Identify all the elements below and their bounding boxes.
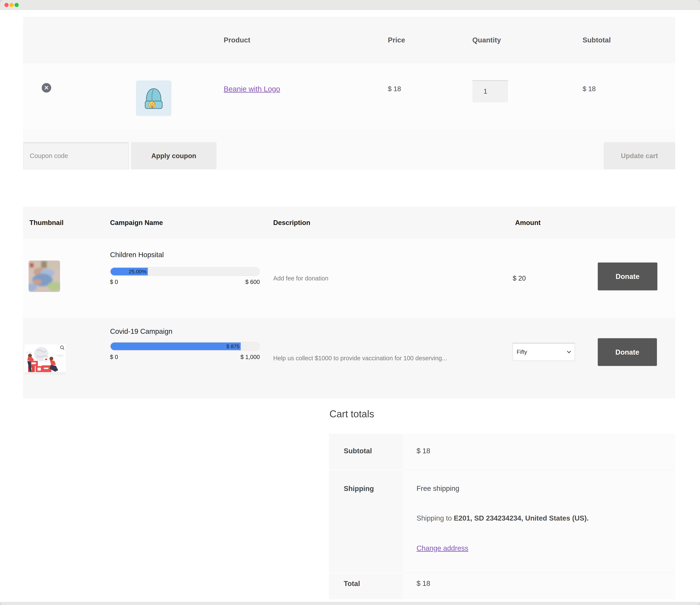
cart-table-header: Product Price Quantity Subtotal [23,17,675,63]
col-header-subtotal: Subtotal [582,17,611,63]
campaign-progress-bar: 25.00% [110,267,260,276]
campaign-goal-min: $ 0 [110,279,118,285]
product-link[interactable]: Beanie with Logo [224,85,280,93]
minimize-window-button[interactable] [9,3,14,7]
browser-window: Product Price Quantity Subtotal ✕ Bea [0,0,700,605]
campaign-progress-label: 25.00% [129,269,148,274]
shipping-value: Free shipping Shipping to E201, SD 23423… [403,470,675,573]
campaign-progress-fill: $ 875 [110,342,241,350]
campaign-thumbnail-covid-19 [24,344,66,374]
remove-item-button[interactable]: ✕ [42,83,51,93]
campaign-amount: $ 20 [512,239,526,318]
shipping-row: Shipping Free shipping Shipping to E201,… [329,470,675,573]
apply-coupon-button[interactable]: Apply coupon [131,142,217,169]
cart-totals-title: Cart totals [329,408,374,420]
item-subtotal: $ 18 [582,85,596,93]
donate-button-covid-19[interactable]: Donate [598,338,657,366]
campaign-description: Add fee for donation [273,239,503,318]
col-header-product: Product [224,17,250,63]
campaign-progress-bar: $ 875 [110,342,260,351]
covid-illustration [24,344,66,374]
col-header-quantity: Quantity [472,17,501,63]
total-label: Total [329,573,403,599]
beanie-image [136,80,172,116]
cart-table: Product Price Quantity Subtotal ✕ Bea [23,17,675,169]
total-row: Total $ 18 [329,573,675,599]
campaign-name: Covid-19 Campaign [110,327,173,336]
campaign-description: Help us collect $1000 to provide vaccina… [273,318,503,398]
shipping-label: Shipping [329,470,403,573]
chevron-down-icon [567,349,571,353]
quantity-input[interactable] [473,80,508,102]
change-address-link[interactable]: Change address [417,544,468,552]
donation-amount-select[interactable]: Fifty [512,343,575,361]
zoom-window-button[interactable] [15,3,19,7]
col-header-description: Description [273,207,310,239]
product-thumbnail[interactable] [136,80,172,116]
donation-campaigns-table: Thumbnail Campaign Name Description Amou… [23,207,675,398]
col-header-thumbnail: Thumbnail [29,207,64,239]
item-price: $ 18 [388,85,401,93]
campaign-name: Children Hopsital [110,251,164,259]
window-bottom-edge [0,602,700,605]
subtotal-row: Subtotal $ 18 [329,434,675,470]
hospital-photo [28,261,60,292]
close-window-button[interactable] [4,3,8,7]
coupon-code-input[interactable] [23,142,129,169]
shipping-method: Free shipping [417,484,675,493]
total-value: $ 18 [403,573,675,599]
donate-button-children-hospital[interactable]: Donate [598,263,657,290]
update-cart-button[interactable]: Update cart [604,142,675,169]
campaign-goal-min: $ 0 [110,354,118,361]
col-header-campaign-name: Campaign Name [110,207,163,239]
campaign-progress-range: $ 0 $ 600 [110,279,260,285]
campaign-progress-fill: 25.00% [110,268,148,275]
col-header-price: Price [388,17,405,63]
donation-amount-selected: Fifty [517,349,527,355]
campaign-goal-max: $ 1,000 [241,354,260,361]
subtotal-value: $ 18 [403,434,675,470]
cart-item-row: ✕ Beanie with Logo $ 18 $ 18 [23,63,675,130]
close-icon: ✕ [44,85,49,91]
campaign-row-covid-19: Covid-19 Campaign $ 875 $ 0 $ 1,000 Help… [23,318,675,398]
campaign-thumbnail-children-hospital [28,261,60,292]
cart-totals-table: Subtotal $ 18 Shipping Free shipping Shi… [329,434,675,599]
cart-actions-row: Apply coupon Update cart [23,130,675,169]
campaign-progress-label: $ 875 [226,343,241,349]
campaign-row-children-hospital: Children Hopsital 25.00% $ 0 $ 600 Add f… [23,239,675,318]
campaign-progress-range: $ 0 $ 1,000 [110,354,260,361]
window-titlebar [0,0,700,10]
col-header-amount: Amount [515,207,541,239]
shipping-destination: Shipping to E201, SD 234234234, United S… [417,514,675,522]
campaign-goal-max: $ 600 [245,279,260,285]
campaigns-table-header: Thumbnail Campaign Name Description Amou… [23,207,675,239]
subtotal-label: Subtotal [329,434,403,470]
